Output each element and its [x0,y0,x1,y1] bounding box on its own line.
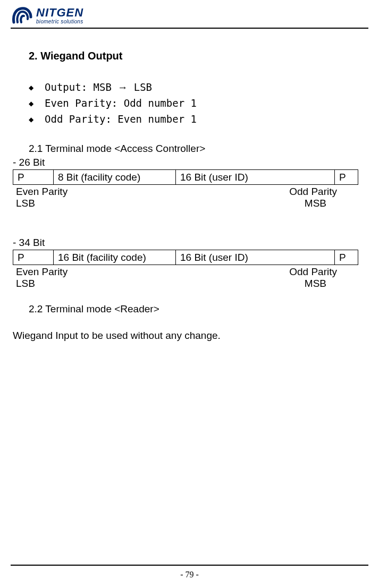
subsection-2-2-title: 2.2 Terminal mode <Reader> [29,303,350,315]
subsection-2-1-title: 2.1 Terminal mode <Access Controller> [29,143,350,155]
cell-p-left: P [13,170,54,185]
body-paragraph: Wiegand Input to be used without any cha… [13,330,350,342]
cell-facility: 16 Bit (facility code) [54,250,176,265]
parity-labels-row: Even Parity Odd Parity [13,185,358,198]
page: NITGEN biometric solutions 2. Wiegand Ou… [0,0,379,588]
bullet-text: Output: MSB → LSB [45,81,152,93]
footer-rule [11,565,368,566]
page-number: - 79 - [0,570,379,580]
cell-p-right: P [335,170,358,185]
block-34-label: - 34 Bit [13,237,350,249]
nitgen-logo-icon [11,6,33,24]
odd-parity-label: Odd Parity [289,266,337,278]
bullet-mark-icon: ◆ [29,113,36,126]
even-parity-label: Even Parity [16,266,68,278]
logo-text: NITGEN biometric solutions [36,6,83,24]
brand-name: NITGEN [36,7,83,19]
table-26bit: P 8 Bit (facility code) 16 Bit (user ID)… [13,169,358,185]
cell-p-right: P [335,250,358,265]
bullet-mark-icon: ◆ [29,81,36,94]
section-title: 2. Wiegand Output [29,50,350,62]
table-row: P 8 Bit (facility code) 16 Bit (user ID)… [13,170,358,185]
block-26-label: - 26 Bit [13,157,350,168]
brand-slogan: biometric solutions [36,19,83,24]
even-parity-label: Even Parity [16,186,68,198]
cell-p-left: P [13,250,54,265]
bullet-item: ◆ Output: MSB → LSB [29,81,350,94]
bit-order-row: LSB MSB [13,278,358,289]
bullet-list: ◆ Output: MSB → LSB ◆ Even Parity: Odd n… [29,81,350,126]
table-row: P 16 Bit (facility code) 16 Bit (user ID… [13,250,358,265]
bullet-text: Odd Parity: Even number 1 [45,113,197,125]
bullet-text: Even Parity: Odd number 1 [45,97,197,109]
bullet-mark-icon: ◆ [29,97,36,110]
odd-parity-label: Odd Parity [289,186,337,198]
lsb-label: LSB [16,198,35,209]
msb-label: MSB [305,198,326,209]
bit-order-row: LSB MSB [13,198,358,209]
lsb-label: LSB [16,278,35,289]
cell-userid: 16 Bit (user ID) [176,170,335,185]
bullet-item: ◆ Odd Parity: Even number 1 [29,113,350,126]
bullet-item: ◆ Even Parity: Odd number 1 [29,97,350,110]
cell-facility: 8 Bit (facility code) [54,170,176,185]
parity-labels-row: Even Parity Odd Parity [13,265,358,278]
msb-label: MSB [305,278,326,289]
content-area: 2. Wiegand Output ◆ Output: MSB → LSB ◆ … [11,29,368,342]
cell-userid: 16 Bit (user ID) [176,250,335,265]
table-34bit: P 16 Bit (facility code) 16 Bit (user ID… [13,250,358,265]
page-header: NITGEN biometric solutions [11,6,368,24]
